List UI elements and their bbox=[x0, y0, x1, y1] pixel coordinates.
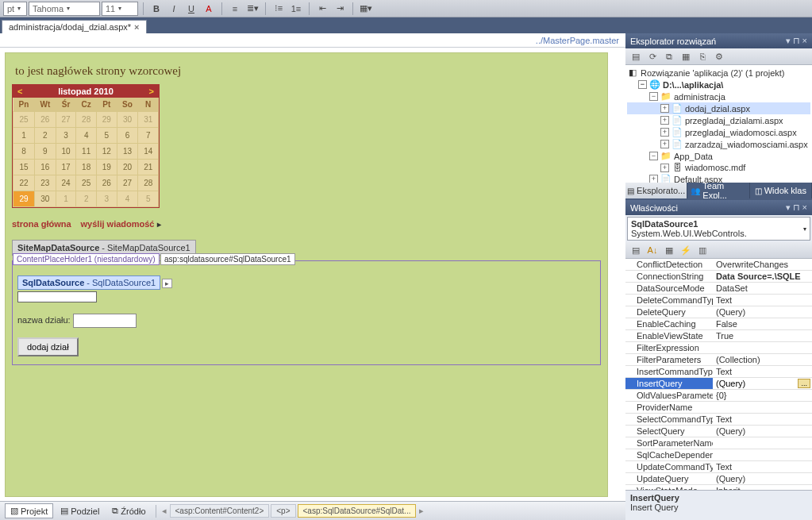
solution-tree[interactable]: ◧Rozwiązanie 'aplikacja (2)' (1 projekt)… bbox=[625, 65, 812, 183]
property-value[interactable]: True bbox=[713, 330, 812, 341]
property-value[interactable]: Text bbox=[713, 461, 812, 472]
property-row-filterexpression[interactable]: FilterExpression bbox=[625, 342, 812, 354]
property-row-sqlcachedependency[interactable]: SqlCacheDependency bbox=[625, 449, 812, 461]
view-zrodlo[interactable]: ⧉ Źródło bbox=[106, 503, 151, 518]
property-value[interactable]: Text bbox=[713, 295, 812, 306]
calendar-cell[interactable]: 27 bbox=[56, 112, 76, 128]
nav-send[interactable]: wyślij wiadomość ▸ bbox=[81, 219, 161, 229]
calendar-cell[interactable]: 31 bbox=[138, 112, 159, 128]
expand-icon[interactable]: − bbox=[649, 92, 658, 101]
italic-button[interactable]: I bbox=[166, 2, 182, 16]
asp-tag[interactable]: asp:sqldatasource#SqlDataSource1 bbox=[160, 253, 295, 265]
property-row-connectionstring[interactable]: ConnectionStringData Source=.\SQLE bbox=[625, 271, 812, 283]
solution-explorer-header[interactable]: Eksplorator rozwiązań ▾ ⊓ × bbox=[625, 33, 812, 48]
tree-project[interactable]: −🌐D:\...\aplikacja\ bbox=[627, 79, 810, 91]
close-icon[interactable]: × bbox=[802, 36, 807, 46]
pin-icon[interactable]: ⊓ bbox=[793, 202, 800, 213]
dzial-name-input[interactable] bbox=[73, 314, 137, 328]
property-value[interactable]: (Query)... bbox=[713, 378, 812, 389]
events-icon[interactable]: ⚡ bbox=[679, 244, 693, 256]
properties-object-combo[interactable]: SqlDataSource1 System.Web.UI.WebControls… bbox=[627, 217, 810, 241]
calendar-cell[interactable]: 2 bbox=[34, 128, 56, 144]
property-row-filterparameters[interactable]: FilterParameters(Collection) bbox=[625, 354, 812, 366]
calendar-cell[interactable]: 5 bbox=[138, 191, 159, 207]
tree-item-administracja[interactable]: −📁administracja bbox=[627, 91, 810, 102]
property-row-enablecaching[interactable]: EnableCachingFalse bbox=[625, 318, 812, 330]
smart-tag-arrow[interactable]: ▸ bbox=[162, 279, 172, 288]
property-row-oldvaluesparameterfo[interactable]: OldValuesParameterFo{0} bbox=[625, 390, 812, 402]
property-row-providername[interactable]: ProviderName bbox=[625, 402, 812, 414]
properties-icon[interactable]: ▤ bbox=[629, 50, 643, 63]
tab-team-explorer[interactable]: 👥 Team Expl... bbox=[687, 183, 749, 198]
pin-icon[interactable]: ⊓ bbox=[793, 36, 800, 46]
add-dzial-button[interactable]: dodaj dział bbox=[17, 337, 79, 356]
calendar-cell[interactable]: 14 bbox=[138, 144, 159, 160]
property-row-sortparametername[interactable]: SortParameterName bbox=[625, 437, 812, 449]
close-icon[interactable]: × bbox=[134, 22, 139, 32]
tree-solution-root[interactable]: ◧Rozwiązanie 'aplikacja (2)' (1 projekt) bbox=[627, 67, 810, 79]
expand-icon[interactable]: + bbox=[660, 140, 669, 148]
design-canvas[interactable]: to jest nagłówek strony wzorcowej < list… bbox=[5, 52, 608, 497]
underline-button[interactable]: U bbox=[183, 2, 199, 16]
calendar-cell[interactable]: 11 bbox=[76, 144, 97, 160]
calendar-cell[interactable]: 20 bbox=[117, 160, 138, 175]
expand-icon[interactable]: + bbox=[660, 164, 669, 172]
calendar-cell[interactable]: 19 bbox=[97, 160, 117, 175]
calendar-cell[interactable]: 9 bbox=[34, 144, 56, 160]
property-value[interactable]: DataSet bbox=[713, 283, 812, 294]
properties-icon[interactable]: ▦ bbox=[662, 244, 676, 256]
calendar-cell[interactable]: 23 bbox=[34, 175, 56, 191]
alphabetical-icon[interactable]: A↓ bbox=[645, 244, 660, 256]
property-value[interactable]: Text bbox=[713, 366, 812, 377]
property-row-conflictdetection[interactable]: ConflictDetectionOverwriteChanges bbox=[625, 259, 812, 271]
view-projekt[interactable]: ▧ Projekt bbox=[5, 503, 53, 518]
property-value[interactable] bbox=[713, 342, 812, 353]
calendar-cell[interactable]: 22 bbox=[13, 175, 35, 191]
properties-grid[interactable]: ConflictDetectionOverwriteChangesConnect… bbox=[625, 259, 812, 490]
align-dropdown[interactable]: ≣▾ bbox=[244, 2, 260, 16]
property-value[interactable]: Text bbox=[713, 414, 812, 425]
property-value[interactable]: (Query) bbox=[713, 306, 812, 318]
expand-icon[interactable]: − bbox=[638, 80, 647, 89]
property-value[interactable]: (Collection) bbox=[713, 354, 812, 365]
categorized-icon[interactable]: ▤ bbox=[629, 244, 643, 256]
property-row-enableviewstate[interactable]: EnableViewStateTrue bbox=[625, 330, 812, 342]
property-row-updatecommandtype[interactable]: UpdateCommandTypeText bbox=[625, 461, 812, 473]
nest-icon[interactable]: ⧉ bbox=[662, 50, 676, 63]
property-value[interactable] bbox=[713, 402, 812, 413]
calendar-cell[interactable]: 30 bbox=[117, 112, 138, 128]
dropdown-icon[interactable]: ▾ bbox=[786, 202, 791, 213]
calendar-cell[interactable]: 29 bbox=[97, 112, 117, 128]
indent-button[interactable]: ⇥ bbox=[332, 2, 348, 16]
breadcrumb-content2[interactable]: <asp:Content#Content2> bbox=[170, 504, 270, 518]
tree-item-przegladaj-wiadomosci-aspx[interactable]: +📄przegladaj_wiadomosci.aspx bbox=[627, 126, 810, 138]
calendar-cell[interactable]: 4 bbox=[76, 128, 97, 144]
property-value[interactable]: (Query) bbox=[713, 426, 812, 437]
calendar-cell[interactable]: 8 bbox=[13, 144, 35, 160]
expand-icon[interactable]: + bbox=[660, 128, 669, 137]
expand-icon[interactable]: + bbox=[649, 175, 658, 183]
tab-widok-klas[interactable]: ◫ Widok klas bbox=[750, 183, 812, 198]
property-value[interactable]: {0} bbox=[713, 390, 812, 401]
dropdown-icon[interactable]: ▾ bbox=[786, 36, 791, 46]
copy-web-icon[interactable]: ⎘ bbox=[695, 50, 710, 63]
property-row-insertquery[interactable]: InsertQuery(Query)... bbox=[625, 378, 812, 390]
bold-button[interactable]: B bbox=[148, 2, 164, 16]
sql-datasource[interactable]: SqlDataSource - SqlDataSource1 bbox=[17, 275, 160, 290]
nav-home[interactable]: strona główna bbox=[12, 219, 71, 229]
property-value[interactable] bbox=[713, 449, 812, 460]
calendar-cell[interactable]: 4 bbox=[117, 191, 138, 207]
breadcrumb-p[interactable]: <p> bbox=[271, 504, 295, 518]
property-row-updatequery[interactable]: UpdateQuery(Query) bbox=[625, 473, 812, 485]
pages-icon[interactable]: ▥ bbox=[695, 244, 710, 256]
calendar-cell[interactable]: 2 bbox=[76, 191, 97, 207]
expand-icon[interactable]: − bbox=[649, 152, 658, 160]
ellipsis-button[interactable]: ... bbox=[798, 379, 810, 388]
tab-eksplorator[interactable]: ▤ Eksplorato... bbox=[625, 183, 687, 198]
calendar-cell[interactable]: 5 bbox=[97, 128, 117, 144]
view-podziel[interactable]: ▤ Podziel bbox=[55, 503, 105, 518]
calendar-cell[interactable]: 28 bbox=[76, 112, 97, 128]
property-row-deletecommandtype[interactable]: DeleteCommandTypeText bbox=[625, 295, 812, 306]
expand-icon[interactable]: + bbox=[660, 104, 669, 113]
close-icon[interactable]: × bbox=[802, 202, 807, 213]
